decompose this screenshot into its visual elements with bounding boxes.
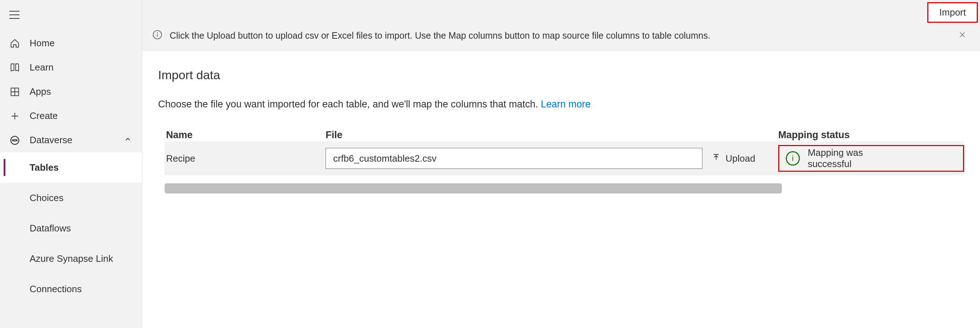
home-icon bbox=[10, 38, 20, 48]
chevron-up-icon bbox=[124, 134, 132, 146]
sidebar-subitem-tables[interactable]: Tables bbox=[0, 152, 142, 182]
sidebar-item-label: Learn bbox=[30, 62, 54, 73]
svg-point-1 bbox=[11, 136, 19, 144]
sidebar-subitem-choices[interactable]: Choices bbox=[0, 182, 142, 213]
horizontal-scrollbar[interactable] bbox=[165, 183, 782, 194]
row-name: Recipe bbox=[165, 153, 326, 164]
close-banner-button[interactable] bbox=[955, 29, 970, 42]
dataverse-icon bbox=[10, 135, 20, 146]
sidebar-item-label: Home bbox=[30, 38, 54, 49]
sidebar: Home Learn Apps Create Da bbox=[0, 0, 142, 328]
sidebar-subitem-dataflows[interactable]: Dataflows bbox=[0, 213, 142, 243]
table-header-row: Name File Mapping status bbox=[165, 130, 964, 141]
sidebar-item-apps[interactable]: Apps bbox=[0, 80, 142, 104]
book-icon bbox=[10, 62, 20, 73]
hamburger-menu-button[interactable] bbox=[0, 7, 142, 31]
page-title: Import data bbox=[158, 68, 964, 82]
info-icon bbox=[152, 30, 162, 42]
mapping-status-text: Mapping was successful bbox=[808, 147, 905, 170]
column-header-name[interactable]: Name bbox=[165, 130, 326, 141]
apps-icon bbox=[10, 87, 20, 97]
info-banner-text: Click the Upload button to upload csv or… bbox=[170, 30, 710, 41]
sidebar-subitem-label: Choices bbox=[30, 192, 64, 203]
import-button[interactable]: Import bbox=[927, 2, 978, 23]
upload-button[interactable]: Upload bbox=[702, 153, 778, 164]
table-row: Recipe Upload i Mapping was successful bbox=[165, 141, 964, 175]
sidebar-item-label: Apps bbox=[30, 86, 51, 97]
top-bar: Import bbox=[142, 0, 980, 24]
content-panel: Import data Choose the file you want imp… bbox=[142, 51, 980, 328]
upload-label: Upload bbox=[725, 153, 755, 164]
upload-icon bbox=[712, 153, 721, 164]
svg-point-3 bbox=[157, 32, 158, 33]
success-icon: i bbox=[786, 151, 800, 166]
sidebar-item-label: Create bbox=[30, 110, 58, 122]
sidebar-item-label: Dataverse bbox=[30, 134, 73, 146]
hamburger-icon bbox=[10, 11, 19, 19]
sidebar-subitem-label: Connections bbox=[30, 283, 82, 295]
page-subtext: Choose the file you want imported for ea… bbox=[158, 99, 964, 110]
column-header-status[interactable]: Mapping status bbox=[778, 130, 964, 141]
sidebar-item-dataverse[interactable]: Dataverse bbox=[0, 128, 142, 152]
main-area: Import Click the Upload button to upload… bbox=[142, 0, 980, 328]
close-icon bbox=[958, 31, 966, 39]
sidebar-item-home[interactable]: Home bbox=[0, 31, 142, 55]
sidebar-subitem-label: Azure Synapse Link bbox=[30, 253, 113, 264]
mapping-status-badge: i Mapping was successful bbox=[778, 145, 964, 172]
sidebar-subitem-label: Tables bbox=[30, 162, 59, 173]
plus-icon bbox=[10, 111, 20, 121]
sidebar-item-create[interactable]: Create bbox=[0, 104, 142, 128]
info-banner: Click the Upload button to upload csv or… bbox=[142, 24, 980, 51]
file-name-input[interactable] bbox=[326, 148, 702, 169]
sidebar-subitem-connections[interactable]: Connections bbox=[0, 274, 142, 304]
column-header-file[interactable]: File bbox=[326, 130, 778, 141]
sidebar-item-learn[interactable]: Learn bbox=[0, 55, 142, 80]
page-subtext-text: Choose the file you want imported for ea… bbox=[158, 99, 541, 110]
learn-more-link[interactable]: Learn more bbox=[541, 99, 590, 110]
sidebar-subitem-label: Dataflows bbox=[30, 223, 71, 234]
sidebar-subitem-azure-synapse-link[interactable]: Azure Synapse Link bbox=[0, 243, 142, 274]
